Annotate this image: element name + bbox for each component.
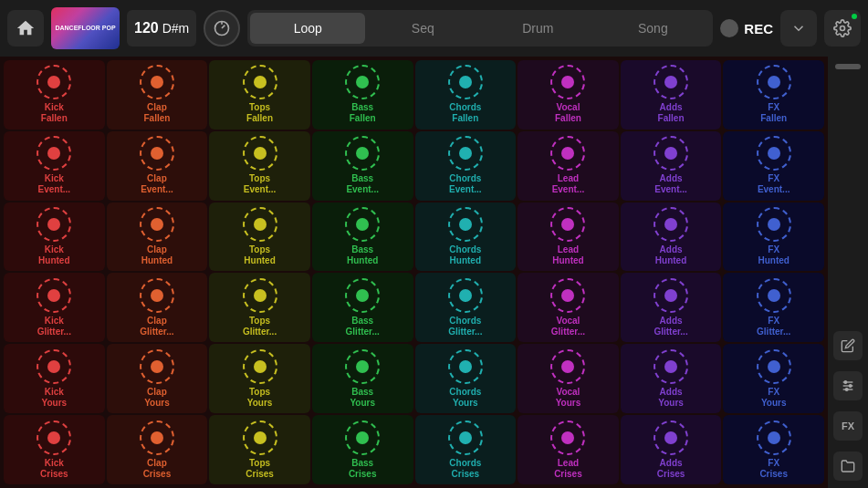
cell-label: Chords Crises [449,458,481,480]
cell-label: Chords Glitter... [448,316,482,337]
cell-vocal-crises[interactable]: Lead Crises [518,415,619,484]
cell-bass-yours[interactable]: Bass Yours [312,344,413,413]
fx-button[interactable]: FX [833,411,863,441]
cell-circle-inner [664,431,677,444]
cell-adds-crises[interactable]: Adds Crises [621,415,722,484]
settings-button[interactable] [824,10,861,47]
cell-adds-glitter[interactable]: Adds Glitter... [621,273,722,342]
cell-circle-icon [345,65,380,99]
cell-clap-yours[interactable]: Clap Yours [107,344,208,413]
cell-circle-inner [768,218,780,231]
cell-label: FX Fallen [760,102,787,124]
cell-adds-yours[interactable]: Adds Yours [621,344,722,413]
cell-kick-yours[interactable]: Kick Yours [4,344,105,413]
cell-fx-hunted[interactable]: FX Hunted [723,202,824,272]
cell-circle-inner [561,218,574,231]
cell-label: Adds Yours [658,387,684,409]
cell-circle-inner [664,218,677,231]
cell-vocal-event[interactable]: Lead Event... [518,131,619,201]
cell-circle-inner [459,147,472,160]
cell-adds-hunted[interactable]: Adds Hunted [621,202,722,272]
mode-tabs: Loop Seq Drum Song [247,10,713,47]
cell-kick-crises[interactable]: Kick Crises [4,415,105,484]
cell-bass-event[interactable]: Bass Event... [312,131,413,201]
cell-bass-crises[interactable]: Bass Crises [312,415,413,484]
cell-kick-fallen[interactable]: Kick Fallen [4,60,105,130]
cell-bass-glitter[interactable]: Bass Glitter... [312,273,413,342]
home-button[interactable] [7,10,44,47]
tab-song[interactable]: Song [595,13,710,44]
cell-clap-event[interactable]: Clap Event... [107,131,208,201]
cell-circle-icon [448,278,483,313]
cell-label: Clap Fallen [143,102,170,124]
cell-tops-fallen[interactable]: Tops Fallen [209,60,310,130]
cell-circle-inner [768,431,780,444]
rec-area[interactable]: REC [720,19,773,37]
cell-chords-crises[interactable]: Chords Crises [415,415,517,484]
cell-tops-glitter[interactable]: Tops Glitter... [209,273,310,342]
cell-chords-yours[interactable]: Chords Yours [415,344,517,413]
cell-bass-hunted[interactable]: Bass Hunted [312,202,413,272]
cell-label: Tops Glitter... [243,316,277,337]
cell-fx-fallen[interactable]: FX Fallen [723,60,824,130]
cell-kick-hunted[interactable]: Kick Hunted [4,202,105,272]
cell-kick-glitter[interactable]: Kick Glitter... [4,273,105,342]
cell-circle-icon [345,349,380,384]
cell-adds-fallen[interactable]: Adds Fallen [621,60,722,130]
cell-chords-hunted[interactable]: Chords Hunted [415,202,517,272]
album-art[interactable]: DANCEFLOOR POP [51,7,120,49]
cell-circle-icon [550,136,585,171]
edit-button[interactable] [833,331,863,360]
tab-loop[interactable]: Loop [250,13,365,44]
tab-drum[interactable]: Drum [480,13,595,44]
cell-circle-inner [561,431,574,444]
cell-clap-crises[interactable]: Clap Crises [107,415,208,484]
cell-chords-event[interactable]: Chords Event... [415,131,517,201]
cell-label: Adds Glitter... [654,316,687,337]
cell-label: Vocal Glitter... [551,316,585,337]
tab-seq[interactable]: Seq [365,13,480,44]
cell-vocal-hunted[interactable]: Lead Hunted [518,202,619,272]
cell-kick-event[interactable]: Kick Event... [4,131,105,201]
cell-chords-glitter[interactable]: Chords Glitter... [415,273,517,342]
cell-tops-event[interactable]: Tops Event... [209,131,310,201]
cell-bass-fallen[interactable]: Bass Fallen [312,60,413,130]
cell-fx-event[interactable]: FX Event... [723,131,824,201]
cell-label: Adds Fallen [658,102,685,124]
mixer-button[interactable] [833,371,863,400]
cell-circle-inner [768,360,780,373]
cell-vocal-fallen[interactable]: Vocal Fallen [518,60,619,130]
cell-clap-glitter[interactable]: Clap Glitter... [107,273,208,342]
cell-circle-inner [664,289,677,302]
cell-clap-fallen[interactable]: Clap Fallen [107,60,208,130]
cell-adds-event[interactable]: Adds Event... [621,131,722,201]
cell-circle-inner [151,147,163,160]
cell-tops-hunted[interactable]: Tops Hunted [209,202,310,272]
cell-vocal-yours[interactable]: Vocal Yours [518,344,619,413]
cell-tops-crises[interactable]: Tops Crises [209,415,310,484]
cell-circle-icon [243,421,277,455]
cell-circle-inner [254,147,267,160]
folder-button[interactable] [833,452,863,481]
cell-label: Clap Hunted [141,244,173,266]
cell-circle-inner [561,360,574,373]
cell-label: Kick Crises [40,458,68,480]
cell-circle-inner [151,431,163,444]
cell-label: Tops Fallen [246,102,273,124]
cell-circle-inner [664,76,677,88]
cell-circle-icon [757,136,791,171]
bpm-key-display[interactable]: 120 D#m [127,10,196,47]
cell-label: Bass Crises [349,458,377,480]
cell-fx-crises[interactable]: FX Crises [723,415,824,484]
chevron-button[interactable] [780,10,817,47]
cell-vocal-glitter[interactable]: Vocal Glitter... [518,273,619,342]
cell-clap-hunted[interactable]: Clap Hunted [107,202,208,272]
cell-circle-inner [47,431,60,444]
tempo-knob[interactable] [204,10,240,47]
svg-point-8 [849,385,852,388]
cell-fx-glitter[interactable]: FX Glitter... [723,273,824,342]
cell-tops-yours[interactable]: Tops Yours [209,344,310,413]
main-area: Kick FallenClap FallenTops FallenBass Fa… [0,57,868,488]
cell-chords-fallen[interactable]: Chords Fallen [415,60,517,130]
cell-fx-yours[interactable]: FX Yours [723,344,824,413]
